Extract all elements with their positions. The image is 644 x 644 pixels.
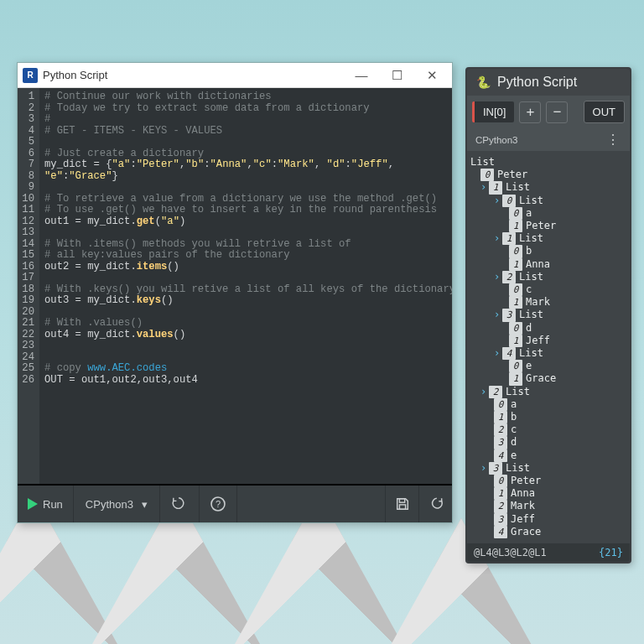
output-port[interactable]: OUT xyxy=(584,101,625,123)
watch-label: Jeff xyxy=(526,335,550,347)
expand-caret-icon[interactable]: › xyxy=(480,462,486,475)
code-editor[interactable]: 1234567891011121314151617181920212223242… xyxy=(18,88,452,484)
watch-row[interactable]: 4Grace xyxy=(470,526,626,538)
code-line[interactable]: my_dict = {"a":"Peter","b":"Anna","c":"M… xyxy=(44,159,452,171)
watch-row[interactable]: 0Peter xyxy=(470,475,626,487)
maximize-button[interactable]: ☐ xyxy=(387,68,407,83)
watch-index: 0 xyxy=(494,398,507,411)
help-button[interactable]: ? xyxy=(200,486,237,522)
code-line[interactable]: # With .keys() you will retive a list of… xyxy=(44,284,452,296)
watch-row[interactable]: ›0List xyxy=(470,195,626,207)
code-line[interactable]: # With .values() xyxy=(44,318,452,330)
watch-row[interactable]: 0Peter xyxy=(470,169,626,181)
code-line[interactable]: out1 = my_dict.get("a") xyxy=(44,216,452,228)
code-line[interactable]: # Today we try to extract some data from… xyxy=(44,103,452,115)
code-line[interactable] xyxy=(44,352,452,364)
code-line[interactable]: # With .items() methods you will retrive… xyxy=(44,239,452,251)
expand-caret-icon[interactable]: › xyxy=(494,309,499,321)
watch-label: d xyxy=(526,322,532,335)
watch-row[interactable]: ›2List xyxy=(470,271,626,283)
node-menu-button[interactable]: ⋮ xyxy=(606,132,621,148)
code-lines[interactable]: # Continue our work with dictionaries# T… xyxy=(39,88,452,484)
code-line[interactable]: out4 = my_dict.values() xyxy=(44,330,452,341)
watch-row[interactable]: ›2List xyxy=(470,386,626,398)
watch-row[interactable]: 1Peter xyxy=(470,220,626,232)
expand-caret-icon[interactable]: › xyxy=(494,271,499,283)
watch-row[interactable]: 3Jeff xyxy=(470,513,626,526)
code-line[interactable]: # copy www.AEC.codes xyxy=(44,363,452,375)
watch-row[interactable]: 1Jeff xyxy=(470,335,626,347)
watch-row[interactable]: 0a xyxy=(470,398,626,411)
watch-label: Mark xyxy=(511,500,535,512)
code-line[interactable]: # all key:values pairs of the dictionary xyxy=(44,250,452,262)
watch-row[interactable]: ›4List xyxy=(470,347,626,360)
watch-row[interactable]: ›3List xyxy=(470,309,626,321)
play-icon xyxy=(28,498,38,510)
code-line[interactable]: out3 = my_dict.keys() xyxy=(44,295,452,307)
watch-row[interactable]: 0d xyxy=(470,322,626,335)
node-titlebar[interactable]: 🐍 Python Script xyxy=(467,69,630,96)
watch-index: 3 xyxy=(502,309,516,321)
add-input-button[interactable]: + xyxy=(519,101,541,123)
expand-caret-icon[interactable]: › xyxy=(480,181,486,194)
code-line[interactable] xyxy=(44,182,452,194)
watch-row[interactable]: 1Grace xyxy=(470,372,626,385)
watch-index: 2 xyxy=(502,271,516,283)
watch-row[interactable]: 0e xyxy=(470,360,626,372)
watch-row[interactable]: 4e xyxy=(470,449,626,462)
code-line[interactable]: "e":"Grace"} xyxy=(44,171,452,183)
input-port[interactable]: IN[0] xyxy=(472,101,514,122)
code-line[interactable]: # GET - ITEMS - KEYS - VALUES xyxy=(44,126,452,138)
titlebar[interactable]: R Python Script — ☐ ✕ xyxy=(18,63,452,88)
expand-caret-icon[interactable]: › xyxy=(480,386,486,398)
watch-label: b xyxy=(511,411,517,423)
watch-panel[interactable]: List0Peter›1List›0List0a1Peter›1List0b1A… xyxy=(467,151,630,543)
watch-row[interactable]: 0c xyxy=(470,283,626,296)
watch-row[interactable]: 3d xyxy=(470,436,626,449)
watch-row[interactable]: 1Mark xyxy=(470,296,626,309)
watch-row[interactable]: ›1List xyxy=(470,181,626,194)
watch-index: 1 xyxy=(509,335,522,347)
watch-label: Jeff xyxy=(511,513,535,526)
watch-row[interactable]: 1Anna xyxy=(470,487,626,500)
reload-button[interactable] xyxy=(160,486,200,522)
watch-row[interactable]: List xyxy=(470,156,626,169)
undo-button[interactable] xyxy=(418,486,452,522)
watch-row[interactable]: 1b xyxy=(470,411,626,423)
code-line[interactable]: OUT = out1,out2,out3,out4 xyxy=(44,375,452,387)
engine-select[interactable]: CPython3 ▾ xyxy=(74,486,160,522)
code-line[interactable] xyxy=(44,137,452,148)
code-line[interactable]: # Just create a dictionary xyxy=(44,148,452,160)
watch-index: 4 xyxy=(494,449,507,462)
expand-caret-icon[interactable]: › xyxy=(494,195,499,207)
watch-row[interactable]: 2c xyxy=(470,423,626,436)
watch-row[interactable]: 0a xyxy=(470,207,626,220)
code-line[interactable]: out2 = my_dict.items() xyxy=(44,262,452,273)
svg-text:?: ? xyxy=(216,499,221,509)
code-line[interactable]: # xyxy=(44,114,452,126)
remove-input-button[interactable]: − xyxy=(546,101,568,123)
code-line[interactable] xyxy=(44,273,452,284)
watch-label: List xyxy=(519,232,543,245)
code-line[interactable]: # To use .get() we have to insert a key … xyxy=(44,205,452,216)
watch-row[interactable]: ›3List xyxy=(470,462,626,475)
save-icon xyxy=(395,496,410,512)
watch-index: 0 xyxy=(509,360,522,372)
expand-caret-icon[interactable]: › xyxy=(494,347,499,360)
run-button[interactable]: Run xyxy=(18,486,74,522)
watch-index: 0 xyxy=(509,283,522,296)
watch-row[interactable]: 2Mark xyxy=(470,500,626,512)
watch-row[interactable]: ›1List xyxy=(470,232,626,245)
expand-caret-icon[interactable]: › xyxy=(494,232,499,245)
code-line[interactable] xyxy=(44,307,452,319)
code-line[interactable] xyxy=(44,340,452,352)
close-button[interactable]: ✕ xyxy=(422,68,442,83)
save-button[interactable] xyxy=(385,486,418,522)
code-line[interactable]: # Continue our work with dictionaries xyxy=(44,91,452,103)
minimize-button[interactable]: — xyxy=(351,68,371,83)
code-line[interactable]: # To retrieve a value from a dictionary … xyxy=(44,194,452,205)
watch-row[interactable]: 0b xyxy=(470,245,626,257)
watch-label: Grace xyxy=(526,372,556,385)
watch-row[interactable]: 1Anna xyxy=(470,258,626,271)
code-line[interactable] xyxy=(44,227,452,239)
